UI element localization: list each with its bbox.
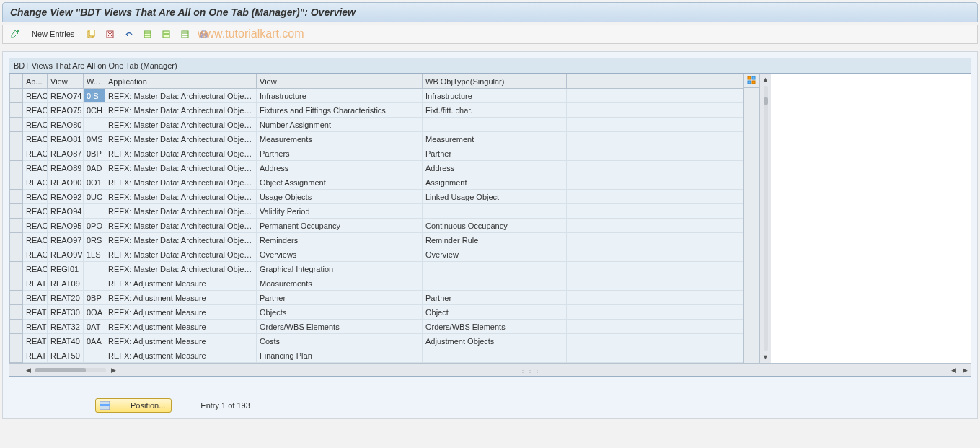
cell-w[interactable]: 0MS — [84, 132, 105, 146]
cell-application[interactable]: REFX: Master Data: Architectural Obje… — [105, 247, 257, 262]
cell-w[interactable]: 0RS — [84, 233, 105, 247]
cell-view[interactable]: REAO74 — [48, 89, 84, 103]
table-row[interactable]: REAOREAO920UOREFX: Master Data: Architec… — [10, 190, 743, 204]
cell-ap[interactable]: REAT — [23, 320, 48, 334]
cell-ap[interactable]: REAO — [23, 233, 48, 247]
cell-ap[interactable]: REAO — [23, 118, 48, 132]
cell-obj[interactable]: Continuous Occupancy — [423, 219, 567, 233]
cell-ap[interactable]: REAO — [23, 190, 48, 204]
cell-ap[interactable]: REAO — [23, 175, 48, 190]
cell-w[interactable] — [84, 348, 105, 363]
cell-view[interactable]: REAT40 — [48, 334, 84, 348]
cell-view[interactable]: REAT20 — [48, 291, 84, 305]
hscroll-left-l-icon[interactable]: ◀ — [23, 365, 33, 375]
deselect-all-icon[interactable] — [178, 27, 191, 40]
cell-application[interactable]: REFX: Master Data: Architectural Obje… — [105, 175, 257, 190]
row-selector[interactable] — [10, 161, 23, 175]
position-button[interactable]: Position... — [95, 398, 172, 413]
cell-view[interactable]: REAT50 — [48, 348, 84, 363]
row-selector[interactable] — [10, 118, 23, 132]
cell-obj[interactable]: Object — [423, 305, 567, 320]
table-row[interactable]: REAOREAO810MSREFX: Master Data: Architec… — [10, 132, 743, 146]
table-row[interactable]: REATREAT320ATREFX: Adjustment MeasureOrd… — [10, 320, 743, 334]
cell-w[interactable] — [84, 204, 105, 219]
cell-ap[interactable]: REAO — [23, 247, 48, 262]
copy-icon[interactable] — [84, 27, 97, 40]
cell-ap[interactable]: REAO — [23, 89, 48, 103]
cell-ap[interactable]: REAO — [23, 132, 48, 146]
table-row[interactable]: REATREAT400AAREFX: Adjustment MeasureCos… — [10, 334, 743, 348]
cell-vw[interactable]: Costs — [257, 334, 423, 348]
cell-view[interactable]: REAO89 — [48, 161, 84, 175]
row-selector[interactable] — [10, 132, 23, 146]
row-selector[interactable] — [10, 334, 23, 348]
row-selector[interactable] — [10, 219, 23, 233]
hscroll-right-r-icon[interactable]: ▶ — [960, 365, 970, 375]
row-selector[interactable] — [10, 247, 23, 262]
cell-application[interactable]: REFX: Adjustment Measure — [105, 320, 257, 334]
table-row[interactable]: REAOREAO950POREFX: Master Data: Architec… — [10, 219, 743, 233]
scroll-up-icon[interactable]: ▲ — [761, 74, 771, 84]
cell-ap[interactable]: REAO — [23, 161, 48, 175]
cell-vw[interactable]: Infrastructure — [257, 89, 423, 103]
cell-obj[interactable]: Assignment — [423, 175, 567, 190]
row-selector[interactable] — [10, 146, 23, 161]
col-ap[interactable]: Ap... — [23, 74, 48, 89]
cell-w[interactable]: 0O1 — [84, 175, 105, 190]
configure-icon[interactable] — [744, 74, 759, 88]
cell-obj[interactable]: Partner — [423, 291, 567, 305]
cell-application[interactable]: REFX: Adjustment Measure — [105, 334, 257, 348]
cell-ap[interactable]: REAO — [23, 262, 48, 276]
cell-obj[interactable]: Infrastructure — [423, 89, 567, 103]
cell-obj[interactable] — [423, 276, 567, 291]
vertical-scrollbar[interactable]: ▲ ▼ — [759, 74, 771, 363]
cell-w[interactable]: 1LS — [84, 247, 105, 262]
cell-vw[interactable]: Validity Period — [257, 204, 423, 219]
cell-view[interactable]: REAT09 — [48, 276, 84, 291]
cell-application[interactable]: REFX: Adjustment Measure — [105, 348, 257, 363]
cell-ap[interactable]: REAT — [23, 305, 48, 320]
delete-icon[interactable] — [103, 27, 116, 40]
cell-ap[interactable]: REAO — [23, 204, 48, 219]
col-obj[interactable]: WB ObjType(Singular) — [423, 74, 567, 89]
cell-view[interactable]: REGI01 — [48, 262, 84, 276]
cell-vw[interactable]: Partner — [257, 291, 423, 305]
cell-application[interactable]: REFX: Master Data: Architectural Obje… — [105, 204, 257, 219]
cell-view[interactable]: REAO75 — [48, 103, 84, 118]
cell-obj[interactable] — [423, 118, 567, 132]
cell-application[interactable]: REFX: Master Data: Architectural Obje… — [105, 103, 257, 118]
cell-obj[interactable] — [423, 204, 567, 219]
table-row[interactable]: REAOREAO900O1REFX: Master Data: Architec… — [10, 175, 743, 190]
cell-vw[interactable]: Orders/WBS Elements — [257, 320, 423, 334]
new-entries-button[interactable]: New Entries — [32, 30, 74, 38]
row-selector[interactable] — [10, 305, 23, 320]
row-selector[interactable] — [10, 175, 23, 190]
table-row[interactable]: REAOREAO740ISREFX: Master Data: Architec… — [10, 89, 743, 103]
hscroll-right-l-icon[interactable]: ◀ — [948, 365, 958, 375]
table-row[interactable]: REAOREGI01REFX: Master Data: Architectur… — [10, 262, 743, 276]
cell-view[interactable]: REAO97 — [48, 233, 84, 247]
row-selector[interactable] — [10, 291, 23, 305]
cell-view[interactable]: REAO9V — [48, 247, 84, 262]
cell-application[interactable]: REFX: Master Data: Architectural Obje… — [105, 146, 257, 161]
select-block-icon[interactable] — [159, 27, 172, 40]
cell-w[interactable]: 0UO — [84, 190, 105, 204]
select-all-icon[interactable] — [141, 27, 154, 40]
cell-application[interactable]: REFX: Master Data: Architectural Obje… — [105, 233, 257, 247]
cell-obj[interactable] — [423, 348, 567, 363]
cell-ap[interactable]: REAT — [23, 276, 48, 291]
cell-vw[interactable]: Measurements — [257, 132, 423, 146]
display-change-icon[interactable] — [9, 27, 22, 40]
cell-application[interactable]: REFX: Master Data: Architectural Obje… — [105, 161, 257, 175]
cell-w[interactable]: 0AD — [84, 161, 105, 175]
cell-application[interactable]: REFX: Adjustment Measure — [105, 276, 257, 291]
table-row[interactable]: REAOREAO9V1LSREFX: Master Data: Architec… — [10, 247, 743, 262]
cell-view[interactable]: REAO80 — [48, 118, 84, 132]
cell-vw[interactable]: Objects — [257, 305, 423, 320]
table-row[interactable]: REAOREAO94REFX: Master Data: Architectur… — [10, 204, 743, 219]
cell-w[interactable]: 0PO — [84, 219, 105, 233]
row-selector[interactable] — [10, 233, 23, 247]
cell-obj[interactable]: Fixt./fitt. char. — [423, 103, 567, 118]
cell-vw[interactable]: Fixtures and Fittings Characteristics — [257, 103, 423, 118]
cell-obj[interactable]: Adjustment Objects — [423, 334, 567, 348]
